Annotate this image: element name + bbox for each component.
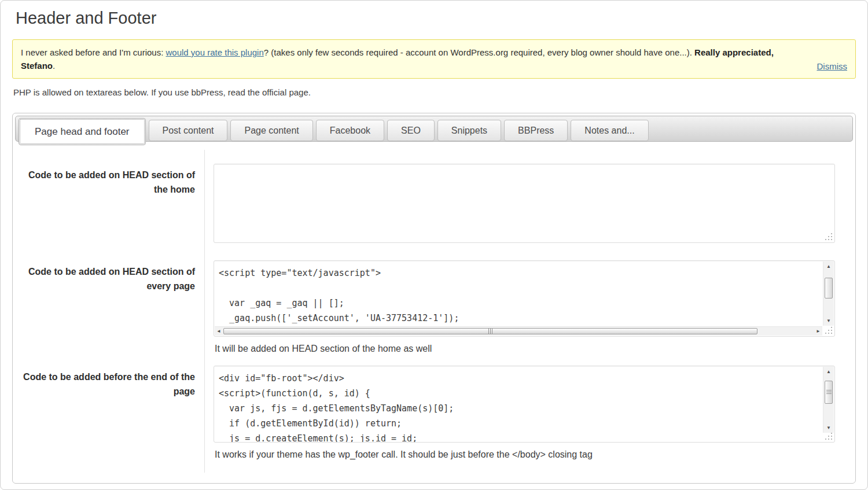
dismiss-link[interactable]: Dismiss bbox=[817, 60, 848, 73]
settings-tabs-widget: Page head and footer Post content Page c… bbox=[12, 113, 856, 484]
scroll-right-button[interactable]: ► bbox=[814, 327, 822, 336]
code-content bbox=[214, 164, 834, 242]
footer-code-textarea[interactable]: <div id="fb-root"></div> <script>(functi… bbox=[214, 366, 835, 443]
scroll-up-button[interactable]: ▲ bbox=[823, 262, 834, 271]
form-row: Code to be added on HEAD section of the … bbox=[15, 164, 853, 243]
scroll-down-button[interactable]: ▼ bbox=[823, 316, 834, 325]
resize-grip[interactable] bbox=[825, 327, 833, 334]
field-label: Code to be added before the end of the p… bbox=[15, 366, 204, 460]
thumb-grip-icon bbox=[826, 390, 832, 395]
tab-post-content[interactable]: Post content bbox=[149, 120, 228, 141]
tab-panel: Code to be added on HEAD section of the … bbox=[15, 142, 853, 481]
rate-plugin-link[interactable]: would you rate this plugin bbox=[166, 47, 264, 57]
resize-grip[interactable] bbox=[825, 433, 833, 440]
notice-banner: I never asked before and I'm curious: wo… bbox=[12, 39, 856, 79]
scroll-up-icon: ▲ bbox=[826, 264, 831, 269]
vertical-scrollbar[interactable]: ▲ ▼ bbox=[823, 261, 834, 326]
scroll-up-icon: ▲ bbox=[826, 369, 831, 374]
page: Header and Footer I never asked before a… bbox=[0, 0, 868, 490]
tab-snippets[interactable]: Snippets bbox=[437, 120, 501, 141]
thumb-grip-icon bbox=[488, 329, 493, 334]
field-helper-text: It works if your theme has the wp_footer… bbox=[215, 450, 835, 460]
tab-page-content[interactable]: Page content bbox=[230, 120, 312, 141]
vertical-scrollbar[interactable]: ▲ ▼ bbox=[823, 367, 834, 433]
notice-text: I never asked before and I'm curious: bbox=[21, 47, 166, 57]
notice-bold-text: Really appreciated, bbox=[694, 47, 774, 57]
field-label: Code to be added on HEAD section of the … bbox=[15, 164, 204, 243]
notice-text: ? (takes only few seconds required - acc… bbox=[264, 47, 694, 57]
scroll-up-button[interactable]: ▲ bbox=[823, 367, 834, 376]
scroll-down-button[interactable]: ▼ bbox=[823, 423, 834, 432]
tab-page-head-and-footer[interactable]: Page head and footer bbox=[19, 118, 146, 145]
vertical-scrollbar-thumb[interactable] bbox=[825, 381, 833, 404]
scroll-left-button[interactable]: ◄ bbox=[215, 327, 223, 336]
form-row: Code to be added before the end of the p… bbox=[15, 366, 853, 460]
field-label: Code to be added on HEAD section of ever… bbox=[15, 260, 204, 354]
code-content: <div id="fb-root"></div> <script>(functi… bbox=[214, 366, 823, 442]
field-helper-text: It will be added on HEAD section of the … bbox=[215, 344, 835, 354]
vertical-scrollbar-thumb[interactable] bbox=[825, 278, 833, 299]
code-content: <script type="text/javascript"> var _gaq… bbox=[214, 261, 823, 326]
scroll-down-icon: ▼ bbox=[826, 318, 831, 323]
notice-text: . bbox=[53, 61, 55, 71]
page-title: Header and Footer bbox=[16, 9, 856, 28]
head-every-page-code-textarea[interactable]: <script type="text/javascript"> var _gaq… bbox=[214, 260, 835, 337]
horizontal-scrollbar-thumb[interactable] bbox=[223, 328, 757, 334]
tab-facebook[interactable]: Facebook bbox=[316, 120, 384, 141]
intro-text: PHP is allowed on textareas below. If yo… bbox=[13, 87, 856, 97]
tab-bbpress[interactable]: BBPress bbox=[504, 120, 568, 141]
head-home-code-textarea[interactable] bbox=[214, 164, 835, 243]
form-row: Code to be added on HEAD section of ever… bbox=[15, 260, 853, 354]
column-divider bbox=[204, 150, 205, 473]
scroll-down-icon: ▼ bbox=[826, 425, 831, 430]
notice-bold-text: Stefano bbox=[21, 61, 53, 71]
tab-seo[interactable]: SEO bbox=[387, 120, 435, 141]
resize-grip[interactable] bbox=[825, 233, 833, 241]
tab-bar: Page head and footer Post content Page c… bbox=[15, 116, 853, 142]
tab-notes-and[interactable]: Notes and... bbox=[571, 120, 648, 141]
horizontal-scrollbar[interactable]: ◄ ► bbox=[215, 326, 822, 336]
scroll-left-icon: ◄ bbox=[216, 329, 221, 334]
scroll-right-icon: ► bbox=[816, 329, 821, 334]
